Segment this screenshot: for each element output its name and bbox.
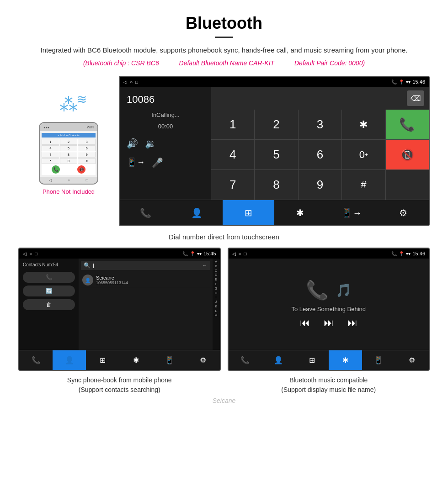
phone-key-0[interactable]: 0 <box>60 158 78 164</box>
key-2[interactable]: 2 <box>255 110 298 139</box>
phone-key-3[interactable]: 3 <box>78 139 96 145</box>
recent-nav-icon[interactable]: □ <box>135 79 138 85</box>
prev-track-button[interactable]: ⏮ <box>300 317 310 329</box>
contacts-screen: ◁ ○ □ 📞 📍 ▾▾ 15:45 Contacts Num:54 📞 <box>18 248 221 371</box>
music-nav-dialpad[interactable]: ⊞ <box>295 350 329 370</box>
contacts-home-icon[interactable]: ○ <box>29 251 32 256</box>
sync-action-btn[interactable]: 🔄 <box>23 286 75 296</box>
nav-contacts[interactable]: 👤 <box>171 200 223 225</box>
phone-key-hash[interactable]: # <box>78 158 96 164</box>
call-action-btn[interactable]: 📞 <box>23 272 75 283</box>
keypad-grid: 1 2 3 ✱ 📞 4 5 6 0+ 📵 7 8 9 # <box>211 110 429 200</box>
nav-call[interactable]: 📞 <box>120 200 171 225</box>
location-icon: 📍 <box>399 79 404 85</box>
key-9[interactable]: 9 <box>299 170 341 200</box>
contact-avatar: 👤 <box>82 275 93 286</box>
key-4[interactable]: 4 <box>211 140 254 169</box>
music-nav-contacts[interactable]: 👤 <box>262 350 295 370</box>
bt-pair-info: Default Pair Code: 0000) <box>294 59 365 67</box>
phone-key-4[interactable]: 4 <box>42 145 59 151</box>
music-controls: ⏮ ⏭ ⏭ <box>300 317 357 329</box>
small-nav-transfer[interactable]: 📱 <box>153 350 186 370</box>
key-0plus[interactable]: 0+ <box>342 140 385 169</box>
alpha-e[interactable]: E <box>215 277 217 282</box>
phone-keypad: 1 2 3 4 5 6 7 8 9 * 0 # <box>42 139 96 164</box>
key-7[interactable]: 7 <box>211 170 254 200</box>
phone-key-5[interactable]: 5 <box>60 145 78 151</box>
contacts-body: Contacts Num:54 📞 🔄 🗑 🔍 <box>19 259 220 350</box>
music-phone-icon: 📞 <box>306 280 329 301</box>
alphabet-bar: A B C D E F G H I J K L M <box>213 259 220 350</box>
key-3[interactable]: 3 <box>299 110 341 139</box>
backspace-button[interactable]: ⌫ <box>407 90 424 106</box>
nav-phone-transfer[interactable]: 📱→ <box>326 200 378 225</box>
phone-key-1[interactable]: 1 <box>42 139 59 145</box>
call-button[interactable]: 📞 <box>386 110 429 139</box>
phone-call-btn[interactable]: 📞 <box>52 165 60 174</box>
volume-up-icon[interactable]: 🔊 <box>127 138 138 149</box>
key-6[interactable]: 6 <box>299 140 341 169</box>
music-caption-text: Bluetooth music compatible <box>228 375 430 385</box>
alpha-f[interactable]: F <box>215 282 217 286</box>
phone-key-2[interactable]: 2 <box>60 139 78 145</box>
contact-item[interactable]: 👤 Seicane 10655059113144 <box>81 272 210 288</box>
small-nav-contacts[interactable]: 👤 <box>53 350 86 370</box>
search-back-icon[interactable]: ← <box>203 263 208 268</box>
music-nav-call[interactable]: 📞 <box>229 350 262 370</box>
key-hash[interactable]: # <box>342 170 385 200</box>
music-home-icon[interactable]: ○ <box>239 251 241 256</box>
small-nav-settings[interactable]: ⚙ <box>186 350 219 370</box>
music-nav-bluetooth[interactable]: ✱ <box>329 350 362 370</box>
back-nav-icon[interactable]: ◁ <box>123 79 127 85</box>
play-pause-button[interactable]: ⏭ <box>324 317 334 329</box>
nav-bluetooth[interactable]: ✱ <box>274 200 326 225</box>
phone-key-9[interactable]: 9 <box>78 152 96 158</box>
volume-down-icon[interactable]: 🔉 <box>145 138 156 149</box>
alpha-g[interactable]: G <box>215 286 217 291</box>
key-1[interactable]: 1 <box>211 110 254 139</box>
alpha-l[interactable]: L <box>215 309 217 313</box>
phone-add-contact: + Add to Contacts <box>42 133 96 137</box>
alpha-a[interactable]: A <box>215 259 217 264</box>
alpha-d[interactable]: D <box>215 273 217 277</box>
mic-icon[interactable]: 🎤 <box>152 157 163 168</box>
alpha-j[interactable]: J <box>215 300 217 304</box>
music-nav-settings[interactable]: ⚙ <box>395 350 429 370</box>
music-icon-area: 📞 🎵 <box>306 280 352 301</box>
phone-key-6[interactable]: 6 <box>78 145 96 151</box>
music-nav-transfer[interactable]: 📱 <box>362 350 395 370</box>
nav-dialpad[interactable]: ⊞ <box>223 200 274 225</box>
contact-search-bar[interactable]: 🔍 | ← <box>81 261 210 270</box>
phone-key-8[interactable]: 8 <box>60 152 78 158</box>
end-call-button[interactable]: 📵 <box>386 140 429 169</box>
small-nav-dialpad[interactable]: ⊞ <box>86 350 119 370</box>
nav-settings[interactable]: ⚙ <box>377 200 429 225</box>
music-status-bar: ◁ ○ □ 📞 📍 ▾▾ 15:46 <box>229 248 429 259</box>
phone-end-btn[interactable]: 📵 <box>77 165 85 174</box>
alpha-k[interactable]: K <box>215 304 217 309</box>
small-nav-bluetooth[interactable]: ✱ <box>119 350 153 370</box>
alpha-m[interactable]: M <box>215 313 218 318</box>
contacts-recent-icon[interactable]: □ <box>35 251 37 256</box>
music-back-icon[interactable]: ◁ <box>232 251 236 256</box>
contacts-back-icon[interactable]: ◁ <box>23 251 27 256</box>
alpha-c[interactable]: C <box>215 269 217 273</box>
phone-key-star[interactable]: * <box>42 158 59 164</box>
small-nav-call[interactable]: 📞 <box>19 350 53 370</box>
contacts-caption-text: Sync phone-book from mobile phone <box>18 375 221 385</box>
key-8[interactable]: 8 <box>255 170 298 200</box>
alpha-b[interactable]: B <box>215 264 217 269</box>
contacts-list-area: 🔍 | ← 👤 Seicane 10655059113144 <box>79 259 213 350</box>
home-nav-icon[interactable]: ○ <box>130 79 133 85</box>
transfer-icon[interactable]: 📱→ <box>127 157 145 168</box>
music-bottom-nav: 📞 👤 ⊞ ✱ 📱 ⚙ <box>229 350 429 370</box>
key-star[interactable]: ✱ <box>342 110 385 139</box>
alpha-i[interactable]: I <box>216 295 217 300</box>
dial-extra-controls: 📱→ 🎤 <box>127 157 204 168</box>
delete-action-btn[interactable]: 🗑 <box>23 299 75 310</box>
key-5[interactable]: 5 <box>255 140 298 169</box>
alpha-h[interactable]: H <box>215 291 217 296</box>
next-track-button[interactable]: ⏭ <box>347 317 357 329</box>
music-recent-icon[interactable]: □ <box>244 251 247 256</box>
phone-key-7[interactable]: 7 <box>42 152 59 158</box>
